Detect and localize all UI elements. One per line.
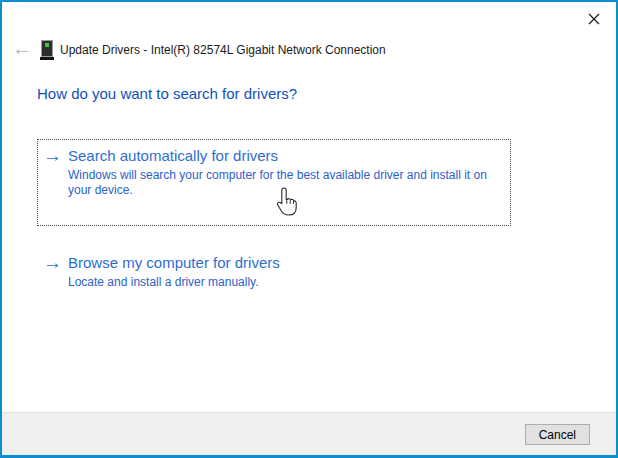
close-button[interactable] <box>580 8 608 32</box>
wizard-content: How do you want to search for drivers? →… <box>37 84 576 301</box>
option-description: Windows will search your computer for th… <box>68 168 502 198</box>
option-browse-computer[interactable]: → Browse my computer for drivers Locate … <box>37 246 511 301</box>
back-button[interactable]: ← <box>12 38 32 58</box>
dialog-title: Update Drivers - Intel(R) 82574L Gigabit… <box>60 43 386 57</box>
option-description: Locate and install a driver manually. <box>68 275 280 290</box>
arrow-right-icon: → <box>43 253 68 290</box>
option-title: Search automatically for drivers <box>68 146 502 165</box>
cancel-button[interactable]: Cancel <box>525 424 590 445</box>
option-search-automatically[interactable]: → Search automatically for drivers Windo… <box>37 139 511 226</box>
page-title: How do you want to search for drivers? <box>37 84 576 103</box>
option-title: Browse my computer for drivers <box>68 253 280 272</box>
arrow-right-icon: → <box>43 146 68 215</box>
close-icon <box>588 13 600 28</box>
device-icon <box>40 40 54 60</box>
footer-bar: Cancel <box>2 412 616 455</box>
back-arrow-icon: ← <box>12 37 32 59</box>
update-drivers-dialog: ← Update Drivers - Intel(R) 82574L Gigab… <box>0 0 618 458</box>
